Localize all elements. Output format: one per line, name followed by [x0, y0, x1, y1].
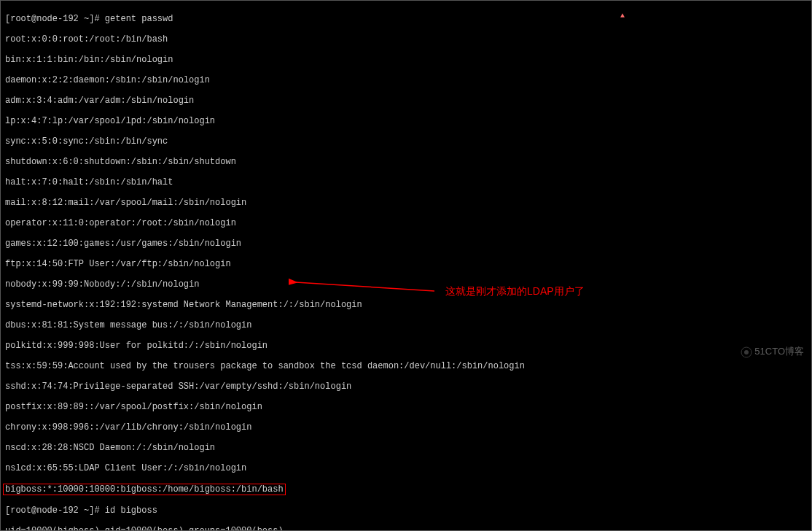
mouse-cursor-icon: ▲ — [620, 12, 625, 20]
passwd-line: adm:x:3:4:adm:/var/adm:/sbin/nologin — [5, 96, 807, 106]
annotation-text: 这就是刚才添加的LDAP用户了 — [445, 285, 585, 298]
passwd-line: root:x:0:0:root:/root:/bin/bash — [5, 34, 807, 44]
highlighted-ldap-user-line: bigboss:*:10000:10000:bigboss:/home/bigb… — [5, 484, 807, 495]
passwd-line: operator:x:11:0:operator:/root:/sbin/nol… — [5, 218, 807, 228]
passwd-line: chrony:x:998:996::/var/lib/chrony:/sbin/… — [5, 422, 807, 433]
passwd-line: daemon:x:2:2:daemon:/sbin:/sbin/nologin — [5, 75, 807, 85]
terminal-output[interactable]: [root@node-192 ~]# getent passwd root:x:… — [1, 1, 811, 531]
passwd-line: shutdown:x:6:0:shutdown:/sbin:/sbin/shut… — [5, 157, 807, 167]
id-output-line: uid=10000(bigboss) gid=10000(boss) group… — [5, 526, 807, 531]
svg-point-3 — [744, 350, 749, 354]
passwd-line: nscd:x:28:28:NSCD Daemon:/:/sbin/nologin — [5, 443, 807, 453]
passwd-line: mail:x:8:12:mail:/var/spool/mail:/sbin/n… — [5, 198, 807, 208]
passwd-line: games:x:12:100:games:/usr/games:/sbin/no… — [5, 239, 807, 249]
watermark: 51CTO博客 — [741, 345, 804, 358]
passwd-line: polkitd:x:999:998:User for polkitd:/:/sb… — [5, 341, 807, 351]
passwd-line: tss:x:59:59:Account used by the trousers… — [5, 361, 807, 371]
passwd-line: systemd-network:x:192:192:systemd Networ… — [5, 300, 807, 310]
passwd-line: postfix:x:89:89::/var/spool/postfix:/sbi… — [5, 402, 807, 412]
passwd-line: ftp:x:14:50:FTP User:/var/ftp:/sbin/nolo… — [5, 259, 807, 269]
passwd-line: nslcd:x:65:55:LDAP Client User:/:/sbin/n… — [5, 463, 807, 473]
passwd-line: lp:x:4:7:lp:/var/spool/lpd:/sbin/nologin — [5, 116, 807, 126]
command-line-1: [root@node-192 ~]# getent passwd — [5, 14, 807, 24]
passwd-line: sshd:x:74:74:Privilege-separated SSH:/va… — [5, 381, 807, 392]
passwd-line: dbus:x:81:81:System message bus:/:/sbin/… — [5, 320, 807, 330]
ldap-user-highlight: bigboss:*:10000:10000:bigboss:/home/bigb… — [3, 484, 286, 495]
command-line-2: [root@node-192 ~]# id bigboss — [5, 505, 807, 516]
passwd-line: halt:x:7:0:halt:/sbin:/sbin/halt — [5, 177, 807, 187]
passwd-line: nobody:x:99:99:Nobody:/:/sbin/nologin — [5, 279, 807, 290]
passwd-line: bin:x:1:1:bin:/bin:/sbin/nologin — [5, 55, 807, 65]
passwd-line: sync:x:5:0:sync:/sbin:/bin/sync — [5, 136, 807, 147]
